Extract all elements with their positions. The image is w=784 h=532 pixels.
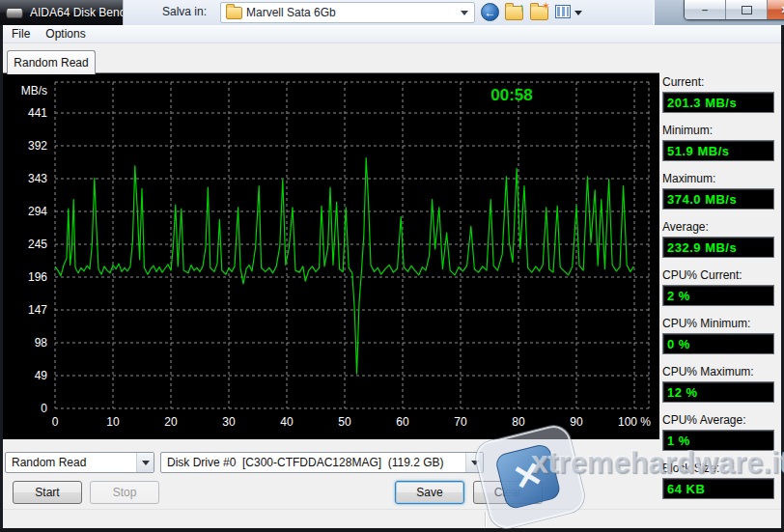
- stat-label-cpu-minimum: CPU% Minimum:: [662, 317, 778, 331]
- x-axis-tick-label: 0: [52, 415, 59, 429]
- y-axis-tick-label: 245: [28, 238, 47, 251]
- chevron-down-icon[interactable]: [574, 11, 582, 15]
- x-axis-tick-label: 50: [338, 415, 351, 429]
- views-grid-icon: [557, 7, 569, 16]
- stat-label-current: Current:: [662, 75, 778, 90]
- save-dialog-toolbar: Salva in: Marvell Sata 6Gb ← ↑ ✶: [123, 0, 654, 25]
- stat-value-maximum: 374.0 MB/s: [662, 188, 774, 210]
- save-button[interactable]: Save: [395, 481, 464, 504]
- benchmark-chart: 0499814719624529434339244101020304050607…: [3, 72, 659, 439]
- titlebar[interactable]: AIDA64 Disk Bench: [0, 0, 123, 25]
- minimize-button[interactable]: –: [685, 0, 726, 19]
- stat-label-minimum: Minimum:: [662, 124, 778, 138]
- chart-line: [55, 158, 633, 374]
- aida64-disk-benchmark-window: { "window": { "title": "AIDA64 Disk Benc…: [0, 0, 784, 532]
- stat-value-block-size: 64 KB: [662, 478, 774, 499]
- up-arrow-icon: ↑: [518, 1, 524, 14]
- view-menu-button[interactable]: [555, 5, 571, 18]
- x-axis-tick-label: 70: [454, 415, 467, 429]
- y-axis-tick-label: 98: [35, 336, 48, 350]
- stat-value-cpu-minimum: 0 %: [662, 333, 774, 354]
- new-folder-button[interactable]: ✶: [530, 6, 548, 20]
- y-axis-tick-label: 294: [28, 205, 47, 218]
- y-axis-tick-label: 343: [28, 172, 47, 185]
- stat-label-maximum: Maximum:: [662, 172, 778, 186]
- save-location-value: Marvell Sata 6Gb: [246, 6, 336, 19]
- back-button[interactable]: ←: [481, 3, 499, 21]
- x-axis-tick-label: 60: [396, 415, 409, 429]
- tab-random-read[interactable]: Random Read: [7, 50, 96, 74]
- stat-label-average: Average:: [662, 220, 778, 235]
- save-in-label: Salva in:: [162, 5, 207, 18]
- hard-disk-icon: [6, 8, 23, 18]
- drive-combobox[interactable]: Disk Drive #0 [C300-CTFDDAC128MAG] (119.…: [160, 452, 484, 473]
- window-border-bottom: [0, 528, 784, 532]
- x-axis-tick-label: 20: [164, 415, 178, 429]
- status-bar: [3, 509, 781, 529]
- maximize-button[interactable]: [726, 0, 768, 19]
- menu-file[interactable]: File: [4, 25, 38, 42]
- chevron-down-icon: [461, 11, 468, 15]
- dialog-caption-area: – ✕: [653, 0, 784, 25]
- chart-canvas: 0499814719624529434339244101020304050607…: [3, 73, 659, 439]
- y-axis-tick-label: 147: [28, 303, 47, 317]
- status-bar-separator: [485, 512, 486, 527]
- y-axis-tick-label: 441: [28, 106, 47, 120]
- up-one-level-button[interactable]: ↑: [505, 6, 523, 20]
- stat-label-cpu-current: CPU% Current:: [662, 268, 778, 283]
- close-button[interactable]: ✕: [768, 0, 784, 19]
- x-axis-tick-label: 40: [280, 415, 294, 429]
- chevron-down-icon[interactable]: [136, 453, 154, 472]
- y-axis-tick-label: 392: [28, 139, 47, 153]
- drive-value: Disk Drive #0 [C300-CTFDDAC128MAG] (119.…: [167, 456, 463, 469]
- menu-bar: File Options: [0, 25, 784, 43]
- stat-label-cpu-average: CPU% Average:: [662, 413, 778, 428]
- stat-value-average: 232.9 MB/s: [662, 237, 774, 258]
- test-type-value: Random Read: [12, 456, 134, 469]
- y-axis-tick-label: 196: [28, 270, 47, 284]
- x-axis-tick-label: 100 %: [618, 415, 651, 429]
- start-button[interactable]: Start: [13, 481, 82, 504]
- y-axis-tick-label: 49: [35, 369, 48, 382]
- caption-buttons: – ✕: [684, 0, 784, 20]
- x-axis-tick-label: 30: [222, 415, 236, 429]
- clear-button[interactable]: Clear: [473, 481, 543, 504]
- stop-button: Stop: [90, 481, 159, 504]
- sparkle-icon: ✶: [542, 0, 550, 13]
- stat-label-cpu-maximum: CPU% Maximum:: [662, 365, 778, 379]
- y-axis-title: MB/s: [21, 84, 47, 98]
- window-title: AIDA64 Disk Bench: [30, 6, 123, 19]
- stat-value-cpu-current: 2 %: [662, 285, 774, 306]
- stat-value-minimum: 51.9 MB/s: [662, 140, 774, 161]
- test-type-combobox[interactable]: Random Read: [5, 452, 154, 473]
- x-axis-tick-label: 90: [570, 415, 583, 429]
- chevron-down-icon[interactable]: [465, 453, 483, 472]
- x-axis-tick-label: 80: [512, 415, 525, 429]
- x-axis-tick-label: 10: [106, 415, 120, 429]
- stats-panel: Current: 201.3 MB/s Minimum: 51.9 MB/s M…: [662, 75, 778, 510]
- stat-value-cpu-average: 1 %: [662, 430, 774, 451]
- elapsed-timer: 00:58: [490, 86, 532, 104]
- save-location-combobox[interactable]: Marvell Sata 6Gb: [220, 2, 475, 23]
- stat-value-current: 201.3 MB/s: [662, 92, 774, 113]
- stat-value-cpu-maximum: 12 %: [662, 381, 774, 403]
- menu-options[interactable]: Options: [38, 25, 93, 42]
- stat-label-block-size: Block Size:: [662, 462, 778, 476]
- folder-icon: [226, 7, 242, 19]
- y-axis-tick-label: 0: [41, 402, 47, 415]
- maximize-icon: [742, 6, 752, 14]
